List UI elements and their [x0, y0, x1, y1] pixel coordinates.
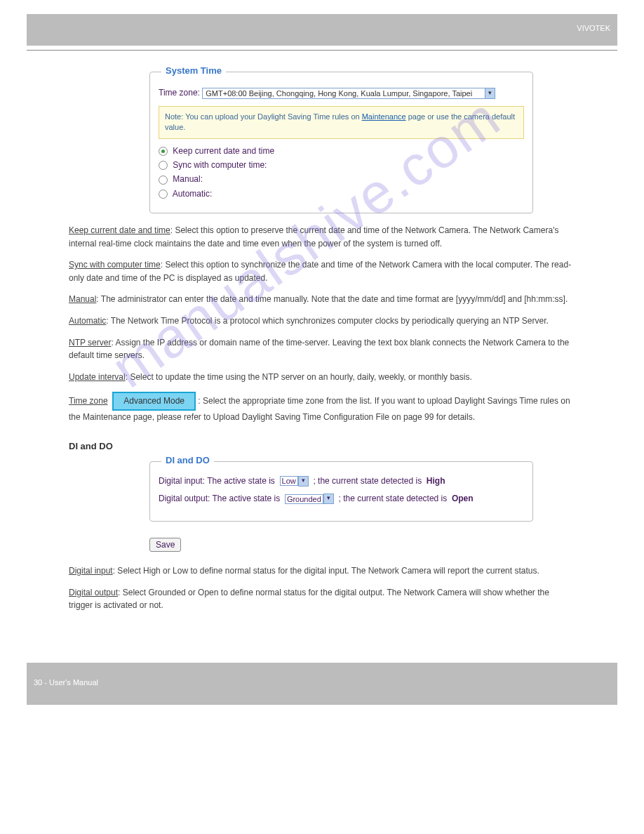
para-ntp-t: : Assign the IP address or domain name o…: [69, 338, 569, 361]
para-tz-link: Upload Daylight Saving Time Configuratio…: [213, 412, 434, 422]
para-di: Digital input: Select High or Low to def…: [69, 564, 575, 578]
timezone-select[interactable]: GMT+08:00 Beijing, Chongqing, Hong Kong,…: [202, 88, 485, 99]
radio-keep[interactable]: [159, 147, 168, 156]
para-keep-u: Keep current date and time: [69, 225, 170, 235]
dst-note: Note: You can upload your Daylight Savin…: [159, 106, 524, 139]
do-before: Digital output: The active state is: [159, 494, 280, 503]
advanced-mode-badge: Advanced Mode: [112, 392, 196, 411]
radio-sync-label: Sync with computer time:: [173, 160, 267, 170]
system-time-panel: System Time Time zone: GMT+08:00 Beijing…: [149, 72, 533, 213]
di-before: Digital input: The active state is: [159, 476, 275, 486]
para-manual: Manual: The administrator can enter the …: [69, 293, 575, 306]
para-interval-t: : Select to update the time using the NT…: [126, 372, 472, 382]
do-state: Open: [452, 494, 474, 503]
radio-auto-label: Automatic:: [173, 189, 213, 199]
para-manual-u: Manual: [69, 294, 96, 304]
para-tz: Time zone Advanced Mode : Select the app…: [69, 392, 575, 423]
para-do: Digital output: Select Grounded or Open …: [69, 586, 575, 612]
chevron-down-icon[interactable]: ▾: [484, 88, 495, 99]
para-auto: Automatic: The Network Time Protocol is …: [69, 315, 575, 328]
para-interval-u: Update interval: [69, 372, 126, 382]
dst-note-before: Note: You can upload your Daylight Savin…: [165, 112, 362, 121]
header-brand: VIVOTEK: [27, 14, 617, 32]
radio-keep-label: Keep current date and time: [173, 146, 274, 156]
digital-input-row: Digital input: The active state is Low ▾…: [159, 476, 524, 486]
dido-legend: DI and DO: [161, 455, 214, 465]
chevron-down-icon[interactable]: ▾: [298, 476, 309, 486]
para-ntp: NTP server: Assign the IP address or dom…: [69, 336, 575, 362]
radio-sync-row[interactable]: Sync with computer time:: [159, 160, 524, 170]
footer-band: 30 - User's Manual: [27, 663, 617, 705]
para-interval: Update interval: Select to update the ti…: [69, 371, 575, 384]
radio-auto-row[interactable]: Automatic:: [159, 189, 524, 199]
timezone-select-value: GMT+08:00 Beijing, Chongqing, Hong Kong,…: [206, 89, 472, 98]
radio-auto[interactable]: [159, 190, 168, 199]
para-tz-u: Time zone: [69, 396, 108, 406]
dido-panel: DI and DO Digital input: The active stat…: [149, 461, 533, 522]
para-do-u: Digital output: [69, 588, 118, 597]
system-time-legend: System Time: [161, 65, 226, 76]
para-di-u: Digital input: [69, 566, 113, 576]
chevron-down-icon[interactable]: ▾: [323, 494, 334, 504]
do-select[interactable]: Grounded: [285, 494, 323, 504]
para-sync-u: Sync with computer time: [69, 260, 161, 270]
timezone-row: Time zone: GMT+08:00 Beijing, Chongqing,…: [159, 88, 524, 99]
di-state: High: [427, 476, 445, 486]
para-sync: Sync with computer time: Select this opt…: [69, 258, 575, 284]
radio-manual[interactable]: [159, 176, 168, 185]
maintenance-link[interactable]: Maintenance: [362, 112, 406, 121]
para-tz-t2: for details.: [434, 412, 475, 422]
timezone-label: Time zone:: [159, 88, 200, 98]
dido-heading: DI and DO: [69, 441, 575, 451]
para-ntp-u: NTP server: [69, 338, 111, 348]
di-select[interactable]: Low: [280, 476, 298, 486]
do-select-value: Grounded: [287, 495, 321, 503]
radio-sync[interactable]: [159, 161, 168, 170]
para-di-t: : Select High or Low to define normal st…: [113, 566, 539, 576]
radio-keep-row[interactable]: Keep current date and time: [159, 146, 524, 156]
para-keep: Keep current date and time: Select this …: [69, 224, 575, 250]
di-select-value: Low: [282, 477, 296, 485]
para-do-t: : Select Grounded or Open to define norm…: [69, 588, 549, 611]
di-after: ; the current state detected is: [313, 476, 422, 486]
footer-page-left: 30 - User's Manual: [34, 678, 98, 687]
save-button[interactable]: Save: [149, 538, 181, 552]
para-manual-t: : The administrator can enter the date a…: [96, 294, 568, 304]
header-divider: [27, 50, 617, 51]
para-auto-t: : The Network Time Protocol is a protoco…: [106, 316, 549, 326]
radio-manual-row[interactable]: Manual:: [159, 174, 524, 184]
header-band: VIVOTEK: [27, 14, 617, 46]
para-auto-u: Automatic: [69, 316, 106, 326]
page-content: System Time Time zone: GMT+08:00 Beijing…: [0, 72, 644, 642]
radio-manual-label: Manual:: [173, 174, 203, 184]
do-after: ; the current state detected is: [338, 494, 447, 503]
digital-output-row: Digital output: The active state is Grou…: [159, 494, 524, 504]
